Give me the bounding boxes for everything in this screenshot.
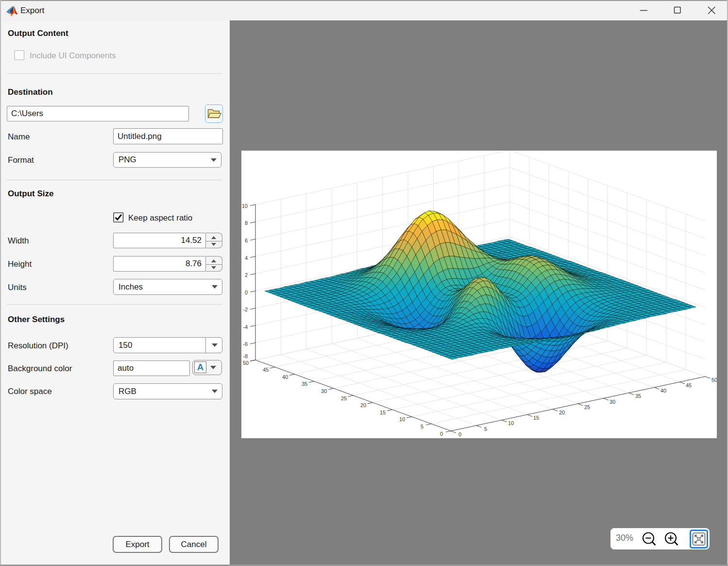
svg-text:0: 0 — [458, 431, 461, 437]
svg-text:2: 2 — [245, 272, 248, 278]
svg-text:45: 45 — [686, 382, 692, 388]
svg-text:10: 10 — [399, 416, 405, 422]
svg-text:5: 5 — [421, 424, 423, 429]
svg-text:-2: -2 — [243, 307, 248, 312]
svg-text:30: 30 — [609, 399, 615, 405]
svg-text:50: 50 — [711, 377, 717, 383]
svg-text:15: 15 — [533, 415, 539, 421]
svg-text:10: 10 — [242, 203, 248, 209]
svg-text:-6: -6 — [243, 341, 248, 347]
svg-text:50: 50 — [243, 360, 249, 366]
svg-text:0: 0 — [245, 290, 248, 295]
svg-text:40: 40 — [660, 388, 666, 394]
svg-text:6: 6 — [245, 238, 248, 243]
svg-text:20: 20 — [360, 402, 366, 408]
svg-text:-8: -8 — [243, 353, 248, 359]
svg-text:10: 10 — [508, 420, 514, 426]
svg-text:35: 35 — [635, 393, 641, 399]
svg-text:25: 25 — [341, 395, 347, 401]
svg-text:0: 0 — [440, 431, 443, 437]
svg-text:45: 45 — [263, 367, 269, 373]
svg-text:40: 40 — [282, 374, 288, 380]
svg-text:30: 30 — [321, 388, 327, 394]
svg-text:4: 4 — [245, 255, 248, 261]
svg-text:15: 15 — [380, 410, 386, 415]
svg-text:5: 5 — [484, 426, 487, 432]
svg-text:8: 8 — [245, 220, 248, 226]
svg-text:25: 25 — [584, 404, 590, 410]
svg-text:20: 20 — [559, 410, 565, 415]
svg-text:-4: -4 — [243, 324, 248, 330]
svg-text:35: 35 — [302, 381, 307, 387]
